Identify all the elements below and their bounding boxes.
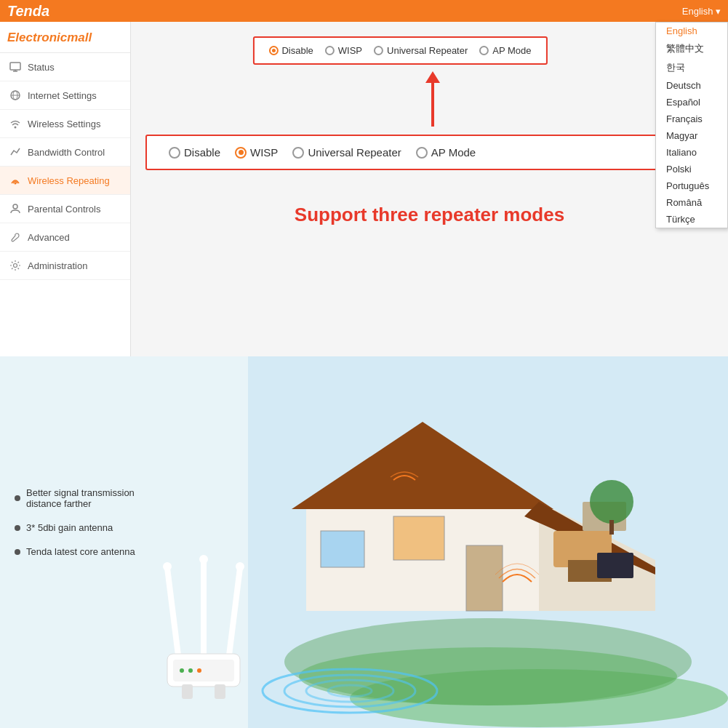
lang-option-romana[interactable]: Română	[656, 194, 727, 211]
tenda-logo: Tenda	[7, 3, 49, 20]
svg-rect-43	[215, 684, 225, 699]
svg-point-7	[15, 183, 17, 185]
radio-wisp-bottom[interactable]: WISP	[235, 146, 278, 159]
sidebar-item-wireless-settings[interactable]: Wireless Settings	[0, 110, 130, 138]
top-section: Electronicmall Status Internet Settings	[0, 22, 728, 356]
svg-point-41	[197, 668, 201, 673]
sidebar-label-parental: Parental Controls	[28, 204, 100, 215]
sidebar-label-internet: Internet Settings	[28, 90, 97, 101]
lang-option-deutsch[interactable]: Deutsch	[656, 77, 727, 94]
wrench-icon	[9, 231, 22, 244]
lang-option-espanol[interactable]: Español	[656, 94, 727, 111]
svg-point-39	[180, 668, 184, 673]
lang-option-traditional-chinese[interactable]: 繁體中文	[656, 39, 727, 58]
svg-point-25	[590, 480, 633, 524]
lang-option-korean[interactable]: 한국	[656, 58, 727, 77]
svg-line-31	[167, 568, 178, 655]
svg-point-40	[188, 668, 193, 673]
radio-circle-universal-top	[374, 46, 383, 55]
monitor-icon	[9, 60, 22, 73]
sidebar-item-internet-settings[interactable]: Internet Settings	[0, 81, 130, 110]
header: Tenda English ▾ English 繁體中文 한국 Deutsch …	[0, 0, 728, 22]
lang-option-francais[interactable]: Français	[656, 111, 727, 127]
mode-bar-top: Disable WISP Universal Repeater AP Mode	[252, 36, 547, 65]
person-icon	[9, 202, 22, 215]
svg-rect-18	[466, 545, 503, 611]
feature-dot-3	[15, 549, 20, 555]
radio-label-wisp-top: WISP	[338, 45, 362, 56]
radio-label-apmode-top: AP Mode	[492, 45, 531, 56]
feature-item-antenna: 3* 5dbi gain antenna	[15, 522, 135, 533]
radio-circle-apmode-top	[479, 46, 489, 55]
sidebar-item-status[interactable]: Status	[0, 53, 130, 81]
radio-label-disable-bottom: Disable	[184, 146, 220, 159]
language-label: English ▾	[682, 6, 721, 17]
sidebar-item-bandwidth[interactable]: Bandwidth Control	[0, 138, 130, 167]
radio-apmode-top[interactable]: AP Mode	[479, 45, 531, 56]
arrow-up	[425, 71, 440, 127]
sidebar-label-bandwidth: Bandwidth Control	[28, 147, 105, 158]
signal-icon	[9, 174, 22, 187]
radio-disable-bottom[interactable]: Disable	[169, 146, 220, 159]
sidebar-item-parental-controls[interactable]: Parental Controls	[0, 195, 130, 223]
radio-circle-universal-bottom	[292, 147, 304, 159]
svg-line-33	[229, 568, 240, 655]
feature-item-core: Tenda latest core antenna	[15, 546, 135, 557]
lang-option-portugues[interactable]: Português	[656, 177, 727, 194]
radio-label-universal-bottom: Universal Repeater	[308, 146, 401, 159]
router-illustration	[145, 546, 262, 706]
lang-option-english[interactable]: English	[656, 23, 727, 39]
mode-bar-bottom: Disable WISP Universal Repeater AP Mode	[145, 135, 713, 170]
sidebar-item-wireless-repeating[interactable]: Wireless Repeating	[0, 167, 130, 195]
feature-item-signal: Better signal transmissiondistance farth…	[15, 487, 135, 509]
feature-label-signal: Better signal transmissiondistance farth…	[26, 487, 135, 509]
svg-rect-16	[321, 531, 364, 567]
radio-label-apmode-bottom: AP Mode	[431, 146, 476, 159]
radio-label-wisp-bottom: WISP	[250, 146, 278, 159]
svg-rect-0	[10, 63, 20, 70]
sidebar-label-advanced: Advanced	[28, 232, 70, 243]
radio-label-disable-top: Disable	[281, 45, 313, 56]
sidebar-label-admin: Administration	[28, 260, 87, 271]
arrow-line	[431, 83, 434, 127]
sidebar-label-wireless: Wireless Settings	[28, 119, 100, 129]
svg-point-8	[13, 204, 17, 209]
support-text: Support three repeater modes	[131, 204, 728, 226]
bottom-section: Better signal transmissiondistance farth…	[0, 356, 728, 728]
chart-icon	[9, 145, 22, 159]
house-illustration	[248, 356, 728, 728]
svg-point-9	[14, 264, 17, 268]
feature-label-antenna: 3* 5dbi gain antenna	[26, 522, 113, 533]
svg-rect-26	[609, 520, 614, 535]
svg-point-32	[163, 562, 172, 571]
features-list: Better signal transmissiondistance farth…	[15, 487, 135, 557]
radio-apmode-bottom[interactable]: AP Mode	[416, 146, 476, 159]
lang-option-magyar[interactable]: Magyar	[656, 127, 727, 144]
language-dropdown: English 繁體中文 한국 Deutsch Español Français…	[655, 22, 728, 228]
radio-circle-disable-bottom	[169, 147, 180, 159]
svg-rect-17	[393, 516, 444, 560]
radio-label-universal-top: Universal Repeater	[387, 45, 468, 56]
radio-universal-bottom[interactable]: Universal Repeater	[292, 146, 401, 159]
lang-option-italiano[interactable]: Italiano	[656, 144, 727, 161]
svg-point-34	[236, 562, 244, 571]
main-content: Disable WISP Universal Repeater AP Mode	[131, 22, 728, 356]
sidebar: Electronicmall Status Internet Settings	[0, 22, 131, 356]
svg-rect-22	[597, 553, 633, 578]
radio-universal-top[interactable]: Universal Repeater	[374, 45, 468, 56]
sidebar-item-administration[interactable]: Administration	[0, 252, 130, 280]
lang-option-polski[interactable]: Polski	[656, 161, 727, 177]
svg-point-6	[15, 127, 17, 129]
lang-option-turkce[interactable]: Türkçe	[656, 211, 727, 228]
sidebar-brand: Electronicmall	[0, 22, 130, 53]
radio-circle-apmode-bottom	[416, 147, 428, 159]
arrow-head	[425, 71, 440, 83]
feature-label-core: Tenda latest core antenna	[26, 546, 135, 557]
sidebar-item-advanced[interactable]: Advanced	[0, 223, 130, 252]
radio-wisp-top[interactable]: WISP	[325, 45, 362, 56]
language-selector[interactable]: English ▾	[682, 6, 721, 17]
svg-rect-42	[182, 684, 193, 699]
sidebar-label-repeating: Wireless Repeating	[28, 175, 110, 186]
radio-disable-top[interactable]: Disable	[268, 45, 313, 56]
gear-icon	[9, 259, 22, 272]
